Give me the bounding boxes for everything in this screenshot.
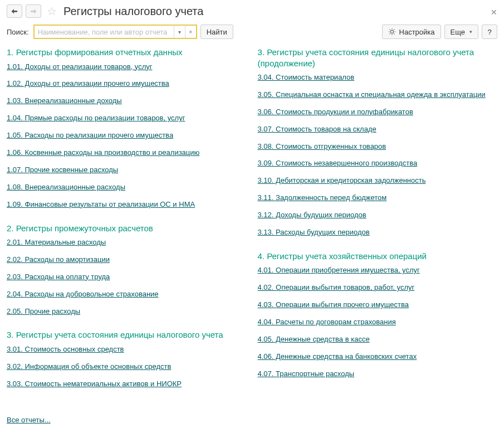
- list-item[interactable]: 3.05. Специальная оснастка и специальная…: [258, 90, 498, 100]
- list-item[interactable]: 1.01. Доходы от реализации товаров, услу…: [7, 62, 247, 72]
- list-item[interactable]: 2.02. Расходы по амортизации: [7, 255, 247, 265]
- settings-button-label: Настройка: [399, 28, 435, 36]
- list-item[interactable]: 4.07. Транспортные расходы: [258, 369, 498, 379]
- search-field-wrap: ▾ ×: [33, 25, 197, 39]
- help-button-label: ?: [487, 28, 491, 36]
- list-item[interactable]: 4.03. Операции выбытия прочего имущества: [258, 300, 498, 310]
- close-button[interactable]: ✕: [491, 8, 497, 17]
- arrow-right-icon: 🠚: [30, 7, 37, 16]
- list-item[interactable]: 2.03. Расходы на оплату труда: [7, 273, 247, 282]
- section-title: 3. Регистры учета состояния единицы нало…: [258, 47, 498, 69]
- list-item[interactable]: 2.01. Материальные расходы: [7, 238, 247, 247]
- list-item[interactable]: 4.05. Денежные средства в кассе: [258, 335, 498, 344]
- list-item[interactable]: 1.08. Внереализационные расходы: [7, 183, 247, 192]
- search-clear-button[interactable]: ×: [185, 26, 196, 38]
- list-item[interactable]: 3.12. Доходы будущих периодов: [258, 211, 498, 220]
- section-4: 4. Регистры учета хозяйственных операций…: [258, 251, 498, 379]
- close-icon: ✕: [491, 8, 497, 17]
- list-item[interactable]: 3.06. Стоимость продукции и полуфабрикат…: [258, 108, 498, 117]
- section-3b: 3. Регистры учета состояния единицы нало…: [258, 47, 498, 237]
- page-title: Регистры налогового учета: [63, 5, 203, 18]
- list-item[interactable]: 3.07. Стоимость товаров на складе: [258, 125, 498, 134]
- list-item[interactable]: 1.02. Доходы от реализации прочего имуще…: [7, 79, 247, 89]
- list-item[interactable]: 1.06. Косвенные расходы на производство …: [7, 148, 247, 158]
- list-item[interactable]: 1.05. Расходы по реализации прочего имущ…: [7, 131, 247, 140]
- svg-point-0: [390, 30, 393, 33]
- section-3a: 3. Регистры учета состояния единицы нало…: [7, 329, 247, 388]
- list-item[interactable]: 4.01. Операции приобретения имущества, у…: [258, 266, 498, 275]
- chevron-down-icon: ▾: [469, 29, 472, 35]
- search-dropdown-button[interactable]: ▾: [174, 26, 185, 38]
- arrow-left-icon: 🠘: [11, 7, 18, 16]
- list-item[interactable]: 4.02. Операции выбытия товаров, работ, у…: [258, 283, 498, 293]
- list-item[interactable]: 1.09. Финансовые результаты от реализаци…: [7, 200, 247, 210]
- section-1: 1. Регистры формирования отчетных данных…: [7, 47, 247, 210]
- favorite-star-icon[interactable]: ☆: [47, 4, 57, 18]
- list-item[interactable]: 1.03. Внереализационные доходы: [7, 96, 247, 106]
- list-item[interactable]: 3.04. Стоимость материалов: [258, 73, 498, 82]
- more-button[interactable]: Еще ▾: [444, 25, 478, 39]
- more-button-label: Еще: [451, 28, 465, 36]
- search-input[interactable]: [35, 26, 174, 38]
- list-item[interactable]: 3.11. Задолженность перед бюджетом: [258, 193, 498, 203]
- list-item[interactable]: 2.05. Прочие расходы: [7, 307, 247, 317]
- list-item[interactable]: 3.01. Стоимость основных средств: [7, 345, 247, 354]
- settings-button[interactable]: Настройка: [382, 25, 441, 39]
- search-label: Поиск:: [7, 28, 29, 36]
- section-title: 4. Регистры учета хозяйственных операций: [258, 251, 498, 262]
- list-item[interactable]: 2.04. Расходы на добровольное страховани…: [7, 290, 247, 299]
- list-item[interactable]: 3.09. Стоимость незавершенного производс…: [258, 159, 498, 168]
- section-title: 3. Регистры учета состояния единицы нало…: [7, 329, 247, 340]
- nav-back-button[interactable]: 🠘: [7, 4, 22, 18]
- section-2: 2. Регистры промежуточных расчетов 2.01.…: [7, 223, 247, 317]
- find-button[interactable]: Найти: [200, 25, 233, 39]
- list-item[interactable]: 4.04. Расчеты по договорам страхования: [258, 318, 498, 327]
- clear-icon: ×: [189, 29, 192, 35]
- chevron-down-icon: ▾: [178, 29, 181, 35]
- section-title: 2. Регистры промежуточных расчетов: [7, 223, 247, 234]
- list-item[interactable]: 3.13. Расходы будущих периодов: [258, 228, 498, 237]
- section-title: 1. Регистры формирования отчетных данных: [7, 47, 247, 58]
- list-item[interactable]: 3.02. Информация об объекте основных сре…: [7, 362, 247, 372]
- gear-icon: [388, 28, 396, 36]
- all-reports-link[interactable]: Все отчеты...: [7, 416, 51, 424]
- list-item[interactable]: 1.04. Прямые расходы по реализации товар…: [7, 114, 247, 123]
- list-item[interactable]: 3.08. Стоимость отгруженных товаров: [258, 142, 498, 152]
- list-item[interactable]: 3.10. Дебиторская и кредиторская задолже…: [258, 176, 498, 186]
- help-button[interactable]: ?: [482, 25, 497, 39]
- list-item[interactable]: 4.06. Денежные средства на банковских сч…: [258, 352, 498, 362]
- find-button-label: Найти: [207, 28, 227, 36]
- list-item[interactable]: 3.03. Стоимость нематериальных активов и…: [7, 380, 247, 389]
- list-item[interactable]: 1.07. Прочие косвенные расходы: [7, 166, 247, 175]
- nav-forward-button[interactable]: 🠚: [26, 4, 41, 18]
